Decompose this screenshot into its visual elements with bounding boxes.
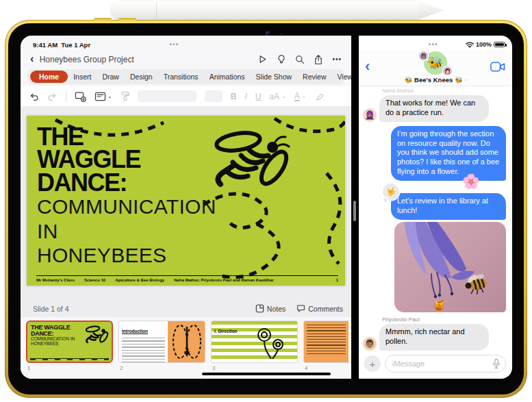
tab-slideshow[interactable]: Slide Show: [251, 71, 298, 83]
bee-drawing: [216, 130, 292, 188]
tab-animations[interactable]: Animations: [204, 71, 251, 83]
tab-insert[interactable]: Insert: [68, 71, 97, 83]
share-icon[interactable]: [314, 54, 323, 65]
pencil-tip: [419, 1, 444, 19]
notes-button[interactable]: Notes: [255, 304, 286, 313]
slide-subtitle-line: IN: [37, 221, 216, 242]
tab-design[interactable]: Design: [125, 71, 158, 83]
photo-message[interactable]: 🍯: [394, 222, 506, 313]
ipad-screen: 9:41 AM Tue 1 Apr ••• ‹ Honeybees Group …: [21, 36, 512, 379]
thumb1-number: 1: [27, 365, 113, 371]
back-chevron-icon[interactable]: ‹: [30, 53, 34, 64]
tab-transitions[interactable]: Transitions: [158, 71, 204, 83]
dictation-mic-icon[interactable]: [492, 358, 501, 369]
comments-icon: [296, 304, 305, 313]
font-size-field[interactable]: [205, 90, 223, 102]
sender-label: Priyobroto Paul: [382, 316, 506, 323]
slide-thumbnail-2[interactable]: Introduction 2: [118, 321, 205, 379]
split-drag-handle[interactable]: [353, 201, 356, 221]
ppt-ribbon-tabs: Home Insert Draw Design Transitions Anim…: [21, 68, 351, 86]
lightbulb-icon[interactable]: [277, 54, 286, 64]
tab-review[interactable]: Review: [297, 71, 331, 83]
ppt-nav-bar: ‹ Honeybees Group Project •••: [21, 51, 351, 68]
chevron-right-icon: ›: [464, 77, 466, 84]
camera-sensor: [281, 34, 282, 35]
slide-thumbnail-1[interactable]: THE WAGGLE DANCE: COMMUNICATION IN HONEY…: [26, 321, 113, 379]
undo-icon[interactable]: [29, 92, 39, 101]
facetime-video-icon[interactable]: [490, 62, 505, 72]
message-bubble[interactable]: I’m going through the section on resourc…: [391, 126, 506, 181]
home-indicator[interactable]: [202, 373, 331, 375]
footer-class: Mr Mohanty's Class: [36, 278, 75, 282]
thumb1-footer: [30, 358, 109, 360]
layout-picker[interactable]: ⌄: [94, 92, 112, 101]
slide-title-block: THE WAGGLE DANCE: COMMUNICATION IN HONEY…: [37, 125, 216, 266]
more-options-icon[interactable]: •••: [332, 55, 342, 63]
status-bar-left: 9:41 AM Tue 1 Apr •••: [21, 36, 351, 51]
add-attachment-button[interactable]: +: [364, 355, 381, 372]
slide-thumbnail-3[interactable]: I. Direction 3: [211, 321, 298, 379]
format-painter-icon[interactable]: [121, 91, 129, 101]
status-bar-right: ••• 100%: [359, 36, 512, 51]
avatar[interactable]: 🧕🏽: [363, 108, 377, 122]
slide-thumbnail-strip: THE WAGGLE DANCE: COMMUNICATION IN HONEY…: [21, 317, 351, 379]
thumb1-subtitle: COMMUNICATION IN HONEYBEES: [31, 337, 86, 347]
highlighter-icon[interactable]: [315, 92, 325, 101]
comments-label: Comments: [308, 305, 343, 313]
message-row-incoming: 🧕🏽 That works for me! We can do a practi…: [363, 95, 506, 122]
battery-icon: [494, 42, 505, 48]
tapback-reaction[interactable]: 🤟: [383, 184, 399, 200]
slide-thumbnail-4[interactable]: 4: [303, 321, 351, 379]
multitask-dots-icon[interactable]: •••: [170, 41, 179, 48]
footer-subject: Apiculture & Bee Biology: [115, 278, 164, 282]
wifi-icon: [466, 42, 474, 48]
thumb2-number: 2: [120, 365, 205, 371]
footer-course: Science 10: [84, 278, 105, 282]
slide-title-line: THE: [37, 125, 216, 148]
flower-bee-photo: [394, 222, 506, 313]
tab-draw[interactable]: Draw: [97, 71, 125, 83]
conversation[interactable]: Neha Mathur 🧕🏽 That works for me! We can…: [359, 86, 512, 353]
pencil-seam: [156, 1, 157, 19]
chevron-down-icon: ⌄: [302, 93, 307, 99]
slide-footer: Mr Mohanty's Class Science 10 Apiculture…: [36, 275, 338, 282]
document-title[interactable]: Honeybees Group Project: [40, 55, 134, 64]
ppt-nav-icons: •••: [257, 54, 342, 65]
status-date: Tue 1 Apr: [61, 41, 90, 49]
present-play-icon[interactable]: [257, 54, 268, 64]
group-name[interactable]: 🐝 Bee's Knees 🐝 ›: [359, 76, 512, 84]
bold-button[interactable]: B: [231, 92, 237, 101]
italic-button[interactable]: I: [244, 92, 246, 101]
avatar[interactable]: 👨🏽: [363, 337, 377, 351]
member-avatar: 👩🏻: [443, 66, 452, 75]
messages-header: ‹ 🐝 👩🏽 👩🏻 🐝 Bee's Knees 🐝 ›: [359, 51, 512, 86]
group-avatar[interactable]: 🐝 👩🏽 👩🏻: [424, 51, 447, 75]
redo-icon[interactable]: [47, 92, 58, 101]
new-slide-icon[interactable]: [75, 91, 86, 102]
message-text: Let’s review in the library at lunch!: [397, 197, 488, 214]
text-size-button[interactable]: aA ⌄: [269, 92, 286, 101]
chevron-down-icon: ⌄: [107, 93, 112, 99]
message-bubble[interactable]: That works for me! We can do a practice …: [379, 95, 489, 122]
back-chevron-icon[interactable]: ‹: [365, 59, 370, 74]
thumb2-title: Introduction: [122, 329, 148, 334]
message-bubble[interactable]: 🤟 Let’s review in the library at lunch!: [391, 193, 506, 220]
slide-title-line: DANCE:: [37, 171, 216, 194]
ipad-device: 9:41 AM Tue 1 Apr ••• ‹ Honeybees Group …: [5, 20, 527, 398]
footer-authors: Neha Mathur, Priyobroto Paul and Raman K…: [174, 278, 274, 282]
group-name-label: 🐝 Bee's Knees 🐝: [405, 76, 463, 84]
font-color-button[interactable]: A ⌄: [294, 92, 307, 101]
tab-home[interactable]: Home: [30, 71, 68, 83]
chevron-down-icon: ⌄: [281, 93, 286, 99]
underline-button[interactable]: U: [255, 92, 262, 101]
slide-editor[interactable]: THE WAGGLE DANCE: COMMUNICATION IN HONEY…: [27, 116, 345, 286]
message-bubble[interactable]: Mmmm, rich nectar and pollen.: [379, 324, 489, 351]
battery-percent: 100%: [476, 41, 492, 48]
imessage-input[interactable]: [385, 355, 506, 373]
comments-button[interactable]: Comments: [296, 304, 343, 313]
multitask-dots-icon[interactable]: •••: [429, 41, 438, 48]
tab-bar: Home Insert Draw Design Transitions Anim…: [27, 69, 344, 84]
volume-button: [94, 18, 112, 21]
search-icon[interactable]: [295, 55, 305, 64]
font-name-field[interactable]: [138, 90, 197, 102]
